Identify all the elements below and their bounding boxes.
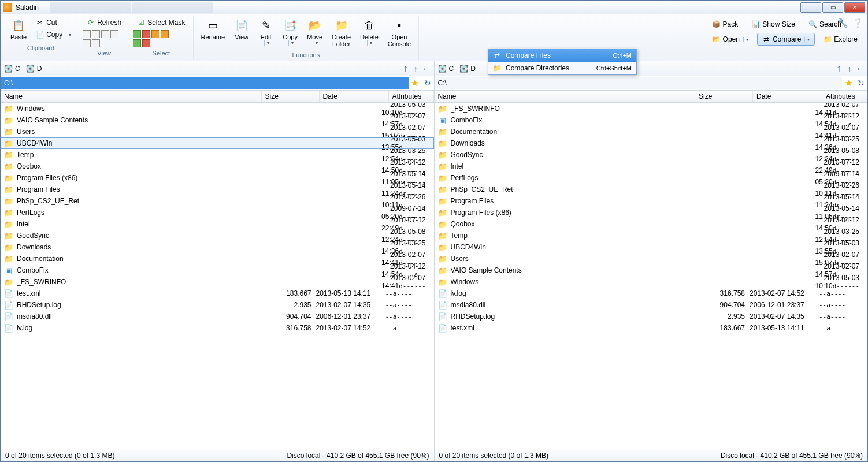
dropdown-caret-icon[interactable]: ▾ — [66, 32, 71, 38]
menu-compare-files[interactable]: ⇄ Compare Files Ctrl+M — [488, 49, 636, 62]
dropdown-caret-icon[interactable]: ▾ — [288, 40, 294, 46]
pack-button[interactable]: 📦Pack — [707, 18, 744, 31]
column-date[interactable]: Date — [320, 91, 389, 102]
drive-c-button[interactable]: 💽C — [438, 65, 454, 73]
compare-button[interactable]: ⇄Compare▾ — [757, 33, 815, 46]
drive-d-button[interactable]: 💽D — [26, 65, 42, 73]
history-icon[interactable]: ↻ — [421, 79, 434, 88]
file-row[interactable]: 📁Program Files (x86)2013-05-14 11:05dr--… — [1, 172, 434, 184]
menu-compare-directories[interactable]: 📁 Compare Directories Ctrl+Shift+M — [488, 62, 636, 74]
file-row[interactable]: ▣ComboFix2013-04-12 14:54d---s-- — [1, 264, 434, 276]
drive-d-button[interactable]: 💽D — [459, 65, 476, 73]
file-row[interactable]: 📁Intel2010-07-12 22:49d------ — [435, 161, 868, 172]
file-row[interactable]: ▣ComboFix2013-04-12 14:54d---s-- — [435, 114, 868, 126]
rename-button[interactable]: ▭Rename — [197, 17, 229, 42]
file-row[interactable]: 📁VAIO Sample Contents2013-02-07 14:57d--… — [1, 114, 434, 126]
file-row[interactable]: 📁PerfLogs2009-07-14 05:20d------ — [1, 207, 434, 218]
copy-button[interactable]: 📄Copy▾ — [32, 29, 75, 40]
minimize-button[interactable]: — — [800, 2, 821, 13]
right-file-list[interactable]: 📁_FS_SWRINFO2013-02-07 14:41d------▣Comb… — [435, 103, 868, 450]
file-row[interactable]: 📁Windows2013-05-03 10:10d------ — [435, 276, 868, 288]
file-row[interactable]: 📁Downloads2013-03-25 14:36d------ — [435, 137, 868, 149]
copy-file-button[interactable]: 📑Copy▾ — [279, 17, 302, 47]
file-row[interactable]: 📁Temp2013-03-25 12:54d------ — [435, 230, 868, 241]
path-input[interactable]: C:\ — [1, 77, 409, 89]
file-row[interactable]: 📄test.xml183.6672013-05-13 14:11--a---- — [1, 288, 434, 299]
file-row[interactable]: 📁Documentation2013-02-07 14:41d------ — [435, 126, 868, 137]
column-name[interactable]: Name — [1, 91, 262, 102]
dropdown-caret-icon[interactable]: ▾ — [367, 40, 372, 46]
root-icon[interactable]: ⤒ — [402, 64, 409, 73]
dropdown-caret-icon[interactable]: ▾ — [264, 40, 269, 46]
drive-c-button[interactable]: 💽C — [4, 65, 20, 73]
file-row[interactable]: 📄RHDSetup.log2.9352013-02-07 14:35--a---… — [435, 311, 868, 322]
titlebar[interactable]: Saladin — ▭ ✕ — [1, 1, 867, 14]
dropdown-caret-icon[interactable]: ▾ — [743, 37, 748, 42]
column-size[interactable]: Size — [262, 91, 320, 102]
dropdown-caret-icon[interactable]: ▾ — [313, 40, 318, 46]
file-row[interactable]: 📄lv.log316.7582013-02-07 14:52--a---- — [435, 288, 868, 299]
view-mode-buttons[interactable] — [83, 29, 122, 47]
file-row[interactable]: 📁Program Files2013-05-14 11:24dr----- — [1, 184, 434, 195]
inactive-tab[interactable] — [132, 2, 213, 13]
file-row[interactable]: 📁_FS_SWRINFO2013-02-07 14:41d------ — [435, 103, 868, 114]
cut-button[interactable]: ✂Cut — [32, 17, 75, 28]
settings-icon[interactable]: 🔧 — [837, 18, 848, 28]
column-name[interactable]: Name — [435, 91, 696, 102]
select-mask-button[interactable]: ☑Select Mask — [133, 17, 189, 28]
file-row[interactable]: 📄msdia80.dll904.7042006-12-01 23:37--a--… — [435, 299, 868, 311]
file-row[interactable]: 📁Windows2013-05-03 10:10d------ — [1, 103, 434, 114]
left-file-list[interactable]: 📁Windows2013-05-03 10:10d------📁VAIO Sam… — [1, 103, 434, 450]
file-row[interactable]: 📁UBCD4Win2013-05-03 13:55d------ — [1, 137, 434, 149]
paste-button[interactable]: 📋Paste — [6, 17, 31, 42]
file-row[interactable]: 📁_FS_SWRINFO2013-02-07 14:41d------ — [1, 276, 434, 288]
back-icon[interactable]: ← — [422, 64, 431, 73]
dropdown-caret-icon[interactable]: ▾ — [804, 37, 810, 42]
path-input[interactable]: C:\ — [435, 77, 843, 89]
up-icon[interactable]: ↑ — [414, 64, 418, 73]
column-size[interactable]: Size — [695, 91, 753, 102]
close-button[interactable]: ✕ — [844, 2, 865, 13]
file-row[interactable]: 📁UBCD4Win2013-05-03 13:55d------ — [435, 241, 868, 253]
bookmark-icon[interactable]: ★ — [409, 78, 421, 88]
file-row[interactable]: 📁Users2013-02-07 15:07dr----- — [435, 253, 868, 264]
explore-button[interactable]: 📁Explore — [818, 33, 863, 46]
file-row[interactable]: 📁Program Files (x86)2013-05-14 11:05dr--… — [435, 207, 868, 218]
open-button[interactable]: 📂Open▾ — [707, 33, 754, 46]
file-row[interactable]: 📁PhSp_CS2_UE_Ret2013-02-26 10:11d------ — [435, 184, 868, 195]
maximize-button[interactable]: ▭ — [822, 2, 843, 13]
file-row[interactable]: 📁PhSp_CS2_UE_Ret2013-02-26 10:11d------ — [1, 195, 434, 207]
file-row[interactable]: 📁Program Files2013-05-14 11:24dr----- — [435, 195, 868, 207]
file-row[interactable]: 📁Intel2010-07-12 22:49d------ — [1, 218, 434, 230]
move-button[interactable]: 📂Move▾ — [303, 17, 327, 47]
file-row[interactable]: 📄msdia80.dll904.7042006-12-01 23:37--a--… — [1, 311, 434, 322]
bookmark-icon[interactable]: ★ — [842, 78, 855, 88]
file-row[interactable]: 📁Downloads2013-03-25 14:36d------ — [1, 241, 434, 253]
column-attributes[interactable]: Attributes — [822, 91, 867, 102]
edit-button[interactable]: ✎Edit▾ — [254, 17, 277, 47]
view-button[interactable]: 📄View — [230, 17, 253, 42]
up-icon[interactable]: ↑ — [847, 64, 851, 73]
select-action-buttons[interactable] — [133, 29, 172, 47]
help-icon[interactable]: ❔ — [852, 18, 863, 28]
file-row[interactable]: 📄RHDSetup.log2.9352013-02-07 14:35--a---… — [1, 299, 434, 311]
back-icon[interactable]: ← — [856, 64, 864, 73]
column-attributes[interactable]: Attributes — [389, 91, 434, 102]
create-folder-button[interactable]: 📁Create Folder — [328, 17, 355, 49]
file-row[interactable]: 📁Temp2013-03-25 12:54d------ — [1, 149, 434, 161]
column-date[interactable]: Date — [753, 91, 822, 102]
file-row[interactable]: 📁Documentation2013-02-07 14:41d------ — [1, 253, 434, 264]
open-console-button[interactable]: ▪Open Console — [384, 17, 415, 49]
file-row[interactable]: 📁Qoobox2013-04-12 14:50d------ — [435, 218, 868, 230]
history-icon[interactable]: ↻ — [855, 79, 867, 88]
delete-button[interactable]: 🗑Delete▾ — [356, 17, 383, 47]
show-size-button[interactable]: 📊Show Size — [747, 18, 800, 31]
root-icon[interactable]: ⤒ — [836, 64, 843, 73]
file-row[interactable]: 📁GoodSync2013-05-08 12:24d------ — [1, 230, 434, 241]
file-row[interactable]: 📁VAIO Sample Contents2013-02-07 14:57d--… — [435, 264, 868, 276]
file-row[interactable]: 📁Qoobox2013-04-12 14:50d------ — [1, 161, 434, 172]
file-row[interactable]: 📁Users2013-02-07 15:07dr----- — [1, 126, 434, 137]
file-row[interactable]: 📄test.xml183.6672013-05-13 14:11--a---- — [435, 322, 868, 334]
file-row[interactable]: 📁PerfLogs2009-07-14 05:20d------ — [435, 172, 868, 184]
inactive-tab[interactable] — [50, 2, 131, 13]
